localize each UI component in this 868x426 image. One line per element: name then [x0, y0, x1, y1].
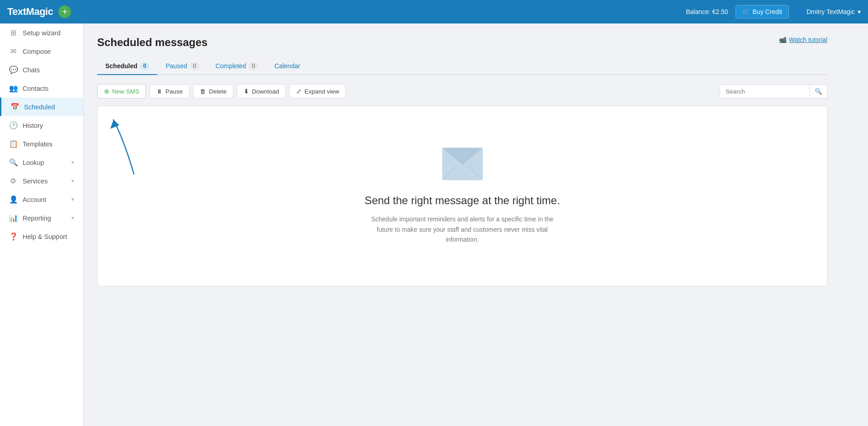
chevron-down-icon: ▾ — [858, 8, 861, 15]
expand-view-label: Expand view — [304, 88, 339, 95]
sidebar-item-services[interactable]: ⚙Services▾ — [0, 172, 83, 190]
sidebar-item-label: Account — [23, 196, 46, 203]
history-icon: 🕐 — [9, 121, 17, 130]
tab-paused[interactable]: Paused0 — [157, 58, 207, 75]
chevron-right-icon: ▾ — [71, 215, 74, 221]
new-sms-label: New SMS — [112, 88, 139, 95]
arrow-container — [98, 106, 188, 178]
watch-tutorial-label: Watch tutorial — [789, 36, 827, 43]
expand-icon: ⤢ — [296, 88, 302, 95]
empty-state-title: Send the right message at the right time… — [364, 193, 560, 208]
user-icon: 👤 — [796, 8, 804, 15]
toolbar: ⊕ New SMS ⏸ Pause 🗑 Delete ⬇ Download ⤢ … — [97, 84, 827, 98]
page-title: Scheduled messages — [97, 36, 208, 49]
tab-calendar[interactable]: Calendar — [266, 58, 308, 75]
pause-label: Pause — [165, 88, 183, 95]
search-area: 🔍 — [720, 84, 827, 98]
compose-icon: ✉ — [9, 47, 17, 56]
trash-icon: 🗑 — [200, 88, 206, 95]
chevron-right-icon: ▾ — [71, 178, 74, 184]
sidebar: ⊞Setup wizard✉Compose💬Chats👥Contacts📅Sch… — [0, 23, 84, 426]
envelope-illustration — [442, 148, 483, 182]
chats-icon: 💬 — [9, 66, 17, 74]
download-button[interactable]: ⬇ Download — [237, 84, 286, 98]
user-menu[interactable]: 👤 Dmitry TextMagic ▾ — [796, 8, 861, 15]
chevron-right-icon: ▾ — [71, 159, 74, 165]
tab-label: Scheduled — [105, 62, 137, 70]
expand-view-button[interactable]: ⤢ Expand view — [289, 84, 346, 98]
tab-badge: 0 — [190, 62, 199, 70]
tab-badge: 0 — [249, 62, 258, 70]
tab-completed[interactable]: Completed0 — [208, 58, 266, 75]
sidebar-item-scheduled[interactable]: 📅Scheduled — [0, 98, 83, 116]
search-input[interactable] — [720, 84, 810, 98]
logo: TextMagic — [7, 6, 53, 18]
chevron-right-icon: ▾ — [71, 197, 74, 202]
sidebar-item-label: Help & Support — [23, 233, 67, 240]
video-icon: 📹 — [779, 36, 787, 43]
sidebar-item-history[interactable]: 🕐History — [0, 116, 83, 135]
cart-icon: 🛒 — [742, 8, 750, 15]
contacts-icon: 👥 — [9, 84, 17, 93]
sidebar-item-label: Compose — [23, 48, 51, 55]
sidebar-item-reporting[interactable]: 📊Reporting▾ — [0, 209, 83, 227]
sidebar-item-templates[interactable]: 📋Templates — [0, 135, 83, 153]
sidebar-item-contacts[interactable]: 👥Contacts — [0, 79, 83, 98]
templates-icon: 📋 — [9, 140, 17, 148]
content-card: Send the right message at the right time… — [97, 106, 827, 286]
lookup-icon: 🔍 — [9, 158, 17, 167]
delete-button[interactable]: 🗑 Delete — [193, 84, 233, 98]
tab-label: Completed — [216, 62, 246, 70]
top-navigation: TextMagic + Balance: €2.50 🛒 Buy Credit … — [0, 0, 868, 23]
download-label: Download — [252, 88, 279, 95]
sidebar-item-chats[interactable]: 💬Chats — [0, 61, 83, 79]
sidebar-item-label: Services — [23, 178, 48, 185]
new-sms-button[interactable]: ⊕ New SMS — [97, 84, 146, 98]
svg-marker-0 — [110, 120, 119, 129]
sidebar-item-compose[interactable]: ✉Compose — [0, 42, 83, 61]
pause-icon: ⏸ — [156, 88, 163, 95]
sidebar-item-label: Reporting — [23, 215, 51, 222]
sidebar-item-setup-wizard[interactable]: ⊞Setup wizard — [0, 23, 83, 42]
sidebar-item-label: Lookup — [23, 159, 44, 166]
buy-credit-label: Buy Credit — [753, 8, 782, 15]
sidebar-item-label: Templates — [23, 140, 52, 148]
sidebar-item-label: Scheduled — [24, 103, 55, 111]
watch-tutorial-link[interactable]: 📹 Watch tutorial — [779, 36, 827, 43]
tab-scheduled[interactable]: Scheduled0 — [97, 58, 157, 75]
sidebar-item-account[interactable]: 👤Account▾ — [0, 190, 83, 209]
sidebar-item-label: Contacts — [23, 85, 48, 92]
topnav-left: TextMagic + — [7, 5, 71, 18]
setup-wizard-icon: ⊞ — [9, 28, 17, 37]
search-button[interactable]: 🔍 — [810, 84, 827, 98]
plus-circle-icon: ⊕ — [104, 88, 109, 95]
sidebar-item-label: Chats — [23, 66, 40, 74]
user-name: Dmitry TextMagic — [807, 8, 855, 15]
reporting-icon: 📊 — [9, 214, 17, 222]
delete-label: Delete — [209, 88, 226, 95]
add-button[interactable]: + — [58, 5, 71, 18]
help-icon: ❓ — [9, 232, 17, 241]
buy-credit-button[interactable]: 🛒 Buy Credit — [736, 5, 789, 19]
sidebar-item-lookup[interactable]: 🔍Lookup▾ — [0, 153, 83, 172]
tab-bar: Scheduled0Paused0Completed0Calendar — [97, 58, 827, 75]
topnav-right: Balance: €2.50 🛒 Buy Credit 👤 Dmitry Tex… — [686, 5, 861, 19]
page-header: Scheduled messages 📹 Watch tutorial — [97, 36, 827, 49]
tab-badge: 0 — [140, 62, 150, 70]
sidebar-item-label: Setup wizard — [23, 29, 61, 37]
app-layout: ⊞Setup wizard✉Compose💬Chats👥Contacts📅Sch… — [0, 23, 868, 426]
sidebar-item-label: History — [23, 122, 43, 129]
sidebar-item-help[interactable]: ❓Help & Support — [0, 227, 83, 246]
tab-label: Calendar — [274, 62, 300, 70]
right-panel — [841, 23, 868, 426]
search-icon: 🔍 — [815, 88, 822, 95]
download-icon: ⬇ — [244, 88, 249, 95]
account-icon: 👤 — [9, 195, 17, 204]
main-content: Scheduled messages 📹 Watch tutorial Sche… — [84, 23, 841, 426]
pause-button[interactable]: ⏸ Pause — [150, 84, 189, 98]
tab-label: Paused — [165, 62, 187, 70]
scheduled-icon: 📅 — [10, 103, 19, 111]
balance-display: Balance: €2.50 — [686, 8, 728, 15]
services-icon: ⚙ — [9, 177, 17, 185]
empty-state-description: Schedule important reminders and alerts … — [363, 214, 562, 244]
